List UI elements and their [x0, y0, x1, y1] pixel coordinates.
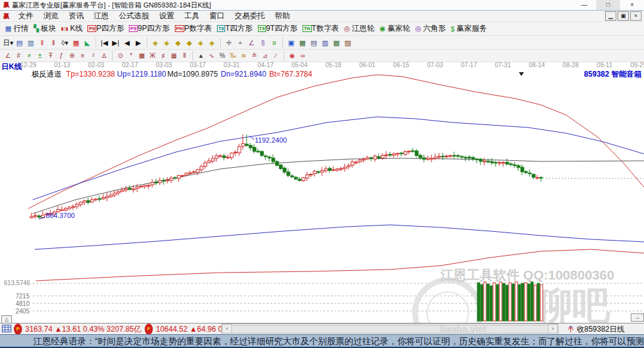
- toolbar-button-P四方形[interactable]: P8P四方形: [87, 23, 124, 34]
- permille-icon[interactable]: ‰: [228, 50, 238, 62]
- last-page-icon[interactable]: ▶|: [110, 36, 121, 49]
- circle-cross-icon[interactable]: ⊕: [67, 50, 77, 62]
- candle-body: [109, 195, 113, 197]
- toolbar-button-9P四方形[interactable]: P99P四方形: [129, 23, 169, 34]
- first-page-icon[interactable]: |◀: [99, 36, 110, 49]
- crosshair-icon[interactable]: +: [235, 36, 246, 49]
- period-day-dropdown[interactable]: 日▾: [3, 36, 14, 49]
- report-icon[interactable]: ▤: [308, 36, 319, 49]
- calculator-icon[interactable]: ▦: [297, 36, 308, 49]
- net2-icon[interactable]: ▨: [342, 36, 353, 49]
- menu-item-帮助[interactable]: 帮助: [270, 11, 295, 21]
- menu-item-资讯[interactable]: 资讯: [64, 11, 89, 21]
- hand-icon[interactable]: ✛: [223, 36, 235, 49]
- horizontal-scrollbar[interactable]: ‹ ›: [221, 324, 558, 335]
- filter-icon[interactable]: §: [257, 36, 269, 49]
- menu-item-公式选股[interactable]: 公式选股: [114, 11, 154, 21]
- scrollbar-right-arrow[interactable]: ›: [548, 324, 558, 334]
- toolbar-button-赢家轮[interactable]: ◉赢家轮: [380, 23, 411, 34]
- sh-index-icon[interactable]: P: [14, 324, 22, 335]
- bars2-icon[interactable]: ♯: [158, 50, 169, 62]
- zigzag-icon[interactable]: Ж: [147, 50, 158, 62]
- split-icon[interactable]: Ⅱ: [179, 50, 190, 62]
- diamond-tool-6[interactable]: ◈: [206, 36, 218, 49]
- bars-red2-icon[interactable]: ‖: [48, 36, 59, 49]
- menu-item-交易委托[interactable]: 交易委托: [230, 11, 270, 21]
- toolbar-button-T数字表[interactable]: TNT数字表: [303, 23, 339, 34]
- triangle-icon[interactable]: ∆: [99, 50, 109, 62]
- diamond-tool-3[interactable]: ◆: [172, 36, 184, 49]
- matrix-icon[interactable]: ▦: [169, 50, 179, 62]
- compare-icon[interactable]: ▲: [196, 50, 206, 62]
- pane-expander-button[interactable]: △: [1, 315, 12, 324]
- mdi-minimize-button[interactable]: ▁: [605, 11, 616, 21]
- infinity-icon[interactable]: ∞: [297, 50, 308, 62]
- toolbar-button-赢家服务[interactable]: $赢家服务: [451, 23, 487, 34]
- sz-index-icon[interactable]: F: [145, 324, 153, 335]
- measure-icon[interactable]: ∠: [246, 36, 257, 49]
- toolbar-button-9T四方形[interactable]: T99T四方形: [258, 23, 297, 34]
- prev-icon[interactable]: ◀: [121, 36, 133, 49]
- menu-item-浏览[interactable]: 浏览: [38, 11, 64, 21]
- save-icon[interactable]: ▥: [319, 36, 331, 49]
- diamond-tool-2[interactable]: ◈: [161, 36, 172, 49]
- density-icon[interactable]: ≡: [77, 50, 88, 62]
- board-icon[interactable]: ▥: [25, 36, 36, 49]
- n2-icon[interactable]: ²: [88, 50, 99, 62]
- levels-icon[interactable]: ≙: [249, 50, 260, 62]
- fan2-icon[interactable]: ±: [35, 50, 45, 62]
- target-icon[interactable]: ⊙: [115, 50, 126, 62]
- menu-item-江恩[interactable]: 江恩: [89, 11, 114, 21]
- chart-area[interactable]: 12-2901-1302-0302-1703-0303-1703-3104-17…: [0, 62, 644, 323]
- sh-index-quote[interactable]: 3163.74 ▲13.61 0.43% 3207.85亿: [25, 324, 142, 335]
- slope-icon[interactable]: ⊿: [260, 50, 270, 62]
- candle-body: [238, 147, 241, 153]
- wave-icon[interactable]: ∿: [206, 50, 217, 62]
- indicator-md-value: Md=1090.8975: [167, 70, 218, 79]
- toolbar-button-板块[interactable]: ▚板块: [33, 23, 55, 34]
- toolbar-button-行情[interactable]: ▦行情: [5, 23, 28, 34]
- calendar-icon[interactable]: ▣: [286, 36, 297, 49]
- close-button[interactable]: ×: [620, 0, 644, 10]
- menu-item-工具[interactable]: 工具: [179, 11, 204, 21]
- minimize-button[interactable]: —: [572, 0, 596, 10]
- diamond-tool-1[interactable]: ◈: [150, 36, 161, 49]
- taiji-icon[interactable]: ◉: [287, 50, 297, 62]
- box-fill-icon[interactable]: ▩: [136, 50, 147, 62]
- maximize-button[interactable]: □: [596, 0, 620, 10]
- kline-chart-canvas[interactable]: 12-2901-1302-0302-1703-0303-1703-3104-17…: [0, 62, 644, 323]
- fan-icon[interactable]: ≠: [24, 50, 35, 62]
- net1-icon[interactable]: ▩: [331, 36, 342, 49]
- star-icon[interactable]: *: [126, 50, 136, 62]
- candle-body: [396, 153, 399, 154]
- next-icon[interactable]: ▶: [133, 36, 144, 49]
- toolbar-button-T四方形[interactable]: T8T四方形: [217, 23, 253, 34]
- flag-f-icon[interactable]: Ŧ: [45, 50, 56, 62]
- scrollbar-thumb[interactable]: [231, 325, 548, 334]
- toolbar-button-六角形[interactable]: ◎六角形: [415, 23, 446, 34]
- bars-red-icon[interactable]: ‖: [36, 36, 48, 49]
- trend-icon[interactable]: ∕: [270, 50, 281, 62]
- toolbar-button-P数字表[interactable]: PNP数字表: [175, 23, 212, 34]
- select-box-icon[interactable]: ▦: [70, 36, 82, 49]
- gold-ratio-icon[interactable]: ≌: [238, 50, 249, 62]
- pen-icon[interactable]: ∠: [3, 50, 13, 62]
- mdi-close-button[interactable]: ×: [630, 11, 641, 21]
- flag-icon[interactable]: ◣: [82, 36, 93, 49]
- angle-icon[interactable]: ƒ: [56, 50, 67, 62]
- toolbar-button-江恩轮[interactable]: ◎江恩轮: [344, 23, 375, 34]
- account-icon[interactable]: ¤: [269, 36, 280, 49]
- scrollbar-left-arrow[interactable]: ‹: [222, 324, 232, 334]
- menu-item-设置[interactable]: 设置: [154, 11, 179, 21]
- menu-item-文件[interactable]: 文件: [13, 11, 38, 21]
- menu-item-窗口[interactable]: 窗口: [204, 11, 230, 21]
- chart-style-icon[interactable]: ▤: [14, 36, 25, 49]
- diamond-tool-4[interactable]: ◆: [184, 36, 195, 49]
- mdi-restore-button[interactable]: ▣: [618, 11, 629, 21]
- toolbar-button-K线[interactable]: ▮▯▮K线: [61, 23, 83, 34]
- diamond-tool-5[interactable]: ◈: [195, 36, 206, 49]
- scroll-right-button[interactable]: →: [631, 313, 644, 322]
- percent-icon[interactable]: %: [217, 50, 228, 62]
- candle-dropdown[interactable]: ◊▾: [59, 36, 70, 49]
- grid-lines-icon[interactable]: #: [13, 50, 24, 62]
